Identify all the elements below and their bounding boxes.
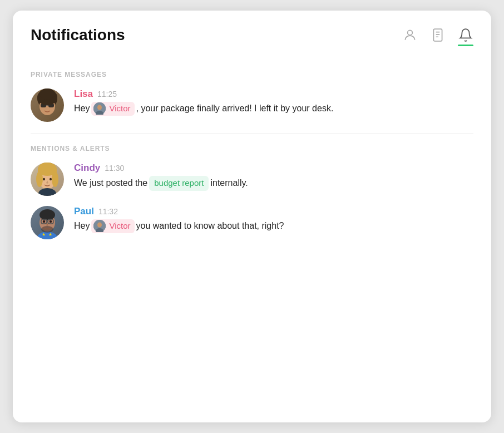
- section-label-private: PRIVATE MESSAGES: [31, 71, 473, 78]
- sender-name-cindy[interactable]: Cindy: [74, 163, 100, 174]
- msg-paul-1: Hey: [74, 219, 90, 233]
- sender-name-lisa[interactable]: Lisa: [74, 88, 93, 100]
- message-text-lisa: Hey Victor , your package finally arrive…: [74, 102, 473, 116]
- mention-victor-paul[interactable]: Victor: [91, 219, 134, 233]
- message-time-lisa: 11:25: [97, 90, 117, 99]
- msg-cindy-2: internally.: [210, 176, 248, 190]
- notification-body-cindy: Cindy 11:30 We just posted the budget re…: [74, 163, 473, 191]
- sender-name-paul[interactable]: Paul: [74, 206, 94, 217]
- notification-item-cindy: Cindy 11:30 We just posted the budget re…: [31, 163, 473, 196]
- header: Notifications: [13, 11, 491, 55]
- msg-paul-2: you wanted to know about that, right?: [136, 219, 284, 233]
- svg-text:★: ★: [42, 232, 46, 237]
- message-text-cindy: We just posted the budget report interna…: [74, 176, 473, 191]
- svg-point-13: [97, 105, 102, 110]
- svg-point-17: [43, 178, 45, 180]
- avatar-cindy: [31, 163, 64, 196]
- message-time-cindy: 11:30: [105, 164, 124, 173]
- avatar-lisa: [31, 88, 64, 122]
- sender-line-lisa: Lisa 11:25: [74, 88, 473, 100]
- avatar-paul: ★ ★: [31, 206, 64, 239]
- notifications-content: PRIVATE MESSAGES: [13, 55, 491, 266]
- svg-point-25: [39, 209, 55, 220]
- notification-body-lisa: Lisa 11:25 Hey Victor: [74, 88, 473, 116]
- svg-point-18: [50, 178, 52, 180]
- bell-icon[interactable]: [458, 27, 473, 43]
- svg-point-11: [39, 88, 55, 100]
- victor-mention-text: Victor: [109, 102, 130, 115]
- msg-text-1: Hey: [74, 102, 90, 115]
- page-title: Notifications: [31, 26, 125, 44]
- svg-point-27: [43, 220, 45, 223]
- svg-point-21: [38, 163, 57, 176]
- msg-cindy-1: We just posted the: [74, 176, 147, 190]
- msg-text-2: , your package finally arrived! I left i…: [136, 102, 334, 115]
- message-time-paul: 11:32: [98, 207, 118, 216]
- section-label-mentions: MENTIONS & ALERTS: [31, 145, 473, 152]
- sender-line-cindy: Cindy 11:30: [74, 163, 473, 174]
- svg-rect-1: [433, 29, 442, 41]
- svg-text:★: ★: [48, 232, 52, 237]
- svg-point-22: [38, 188, 56, 196]
- notification-body-paul: Paul 11:32 Hey Victor: [74, 206, 473, 233]
- victor-mini-avatar: [93, 102, 106, 115]
- document-icon[interactable]: [430, 27, 446, 43]
- bell-active-indicator: [458, 45, 473, 46]
- svg-point-23: [37, 232, 57, 239]
- svg-point-0: [408, 30, 413, 35]
- notification-item-lisa: Lisa 11:25 Hey Victor: [31, 88, 473, 122]
- sender-line-paul: Paul 11:32: [74, 206, 473, 217]
- svg-point-28: [50, 220, 52, 223]
- notifications-card: Notifications: [13, 11, 491, 422]
- header-icons: [402, 27, 473, 43]
- victor-mini-avatar-2: [93, 220, 106, 232]
- notification-item-paul: ★ ★ Paul 11:32 Hey: [31, 206, 473, 239]
- mention-victor-lisa[interactable]: Victor: [91, 102, 134, 116]
- profile-icon[interactable]: [402, 27, 418, 43]
- victor-mention-text-2: Victor: [109, 220, 130, 233]
- section-divider: [31, 133, 473, 134]
- budget-report-link[interactable]: budget report: [149, 176, 209, 191]
- svg-point-35: [97, 223, 102, 228]
- message-text-paul: Hey Victor you wanted to know about that…: [74, 219, 473, 233]
